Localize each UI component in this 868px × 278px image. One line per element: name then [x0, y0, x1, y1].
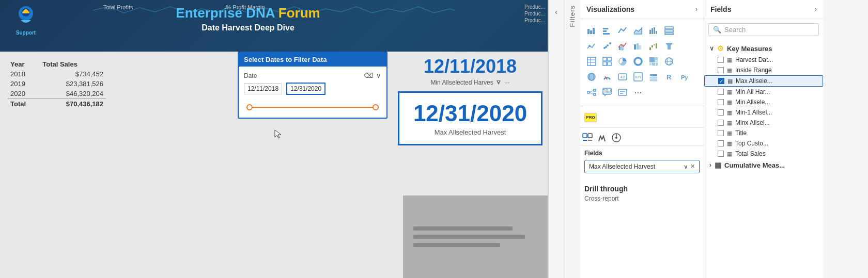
- field-checkbox-min1-allsel[interactable]: [718, 109, 724, 116]
- logo-area: Support: [5, 3, 47, 39]
- viz-kpi-icon[interactable]: KPI: [631, 70, 645, 84]
- viz-combo-icon[interactable]: [615, 39, 630, 53]
- field-name-min1-allsel: Min-1 Allsel...: [735, 109, 818, 116]
- viz-column-chart-icon[interactable]: [646, 23, 661, 38]
- slider-handle-left[interactable]: [246, 104, 253, 110]
- max-date-label: Max Allselected Harvest: [410, 128, 531, 136]
- viz-line-area-icon[interactable]: [584, 39, 599, 53]
- viz-matrix-icon[interactable]: [600, 54, 614, 69]
- svg-rect-27: [639, 45, 641, 50]
- field-checkbox-min-all-har[interactable]: [718, 89, 724, 95]
- viz-tab-analytics-icon[interactable]: [609, 130, 624, 145]
- svg-rect-67: [594, 93, 596, 95]
- field-checkbox-total-sales[interactable]: [718, 151, 724, 157]
- svg-rect-48: [652, 63, 655, 66]
- chevron-down-icon[interactable]: ∨: [376, 72, 381, 79]
- svg-rect-31: [656, 43, 657, 48]
- viz-tab-fields-icon[interactable]: [580, 130, 595, 145]
- field-checkbox-title[interactable]: [718, 130, 724, 136]
- date-slider[interactable]: [246, 102, 379, 112]
- viz-panel-title: Visualizations: [586, 5, 634, 13]
- svg-rect-61: [650, 77, 657, 78]
- viz-funnel-icon[interactable]: [662, 39, 676, 53]
- key-measures-group-header[interactable]: ∨ ⚙ Key Measures: [704, 42, 823, 55]
- collapse-button[interactable]: ‹: [549, 0, 564, 278]
- viz-filled-map-icon[interactable]: [584, 70, 599, 84]
- viz-gauge-icon[interactable]: [600, 70, 614, 84]
- min-date-display: 12/11/2018 Min Allselected Harves ⛛ ···: [398, 56, 542, 86]
- viz-waterfall-icon[interactable]: [646, 39, 661, 53]
- viz-scatter-icon[interactable]: [600, 39, 614, 53]
- field-item-max-allselected[interactable]: Max Allselected Harvest ∨ ✕: [584, 160, 700, 173]
- cumulative-meas-group-header[interactable]: › ▦ Cumulative Meas...: [704, 159, 823, 171]
- date-filter-widget[interactable]: Select Dates to Filter Data Date ⌫ ∨ 12/…: [238, 52, 388, 119]
- viz-multi-row-icon[interactable]: [662, 23, 676, 38]
- field-checkbox-max-allsele[interactable]: ✓: [718, 78, 724, 84]
- sales-cell: $734,452: [40, 69, 106, 79]
- svg-point-81: [615, 137, 617, 139]
- viz-panel-header: Visualizations ›: [580, 0, 704, 19]
- search-box[interactable]: 🔍 Search: [708, 23, 819, 36]
- field-row-min1-allsel: ▦ Min-1 Allsel...: [704, 107, 823, 118]
- svg-rect-62: [650, 79, 657, 81]
- cumulative-meas-group: › ▦ Cumulative Meas...: [704, 159, 823, 171]
- viz-map-icon[interactable]: [662, 54, 676, 69]
- field-checkbox-minx-allsel[interactable]: [718, 120, 724, 126]
- gray-placeholder: [403, 195, 548, 278]
- svg-point-22: [605, 46, 607, 48]
- field-checkbox-top-custo[interactable]: [718, 140, 724, 146]
- viz-decomp-tree-icon[interactable]: [584, 85, 599, 100]
- viz-line-chart-icon[interactable]: [615, 23, 630, 38]
- viz-more-icon[interactable]: ···: [631, 85, 645, 100]
- svg-text:KPI: KPI: [635, 75, 641, 79]
- start-date-input[interactable]: 12/11/2018: [244, 83, 282, 94]
- viz-row-5: Q&A ···: [584, 85, 700, 100]
- viz-slicer-icon[interactable]: [646, 70, 661, 84]
- report-canvas: Total Profits % Profit Margin Support En…: [0, 0, 548, 278]
- viz-row-1: [584, 23, 700, 38]
- viz-pie-icon[interactable]: [615, 54, 630, 69]
- filter-icon[interactable]: ⛛: [495, 78, 502, 86]
- year-cell: 2020: [8, 89, 40, 99]
- product-label-2: Produc...: [524, 11, 545, 17]
- viz-panel-expand-icon[interactable]: ›: [695, 6, 698, 13]
- svg-rect-16: [665, 30, 673, 32]
- viz-treemap-icon[interactable]: [646, 54, 661, 69]
- viz-card-icon[interactable]: 42: [615, 70, 630, 84]
- svg-rect-77: [588, 134, 592, 138]
- field-checkbox-inside-range[interactable]: [718, 67, 724, 73]
- more-options-icon[interactable]: ···: [504, 78, 510, 86]
- field-name-min-all-har: Min All Har...: [735, 88, 818, 95]
- viz-area-chart-icon[interactable]: [631, 23, 645, 38]
- viz-bar-chart-icon[interactable]: [600, 23, 614, 38]
- date-filter-label: Date ⌫ ∨: [244, 72, 381, 79]
- sales-cell: $23,381,526: [40, 79, 106, 89]
- logo-text: Support: [16, 30, 36, 36]
- svg-rect-65: [587, 91, 590, 93]
- cumulative-group-name: Cumulative Meas...: [724, 161, 818, 169]
- chevron-down-field-icon[interactable]: ∨: [684, 163, 688, 170]
- pro-icon-row: PRO: [580, 108, 704, 125]
- viz-r-icon[interactable]: R: [662, 70, 676, 84]
- svg-point-3: [27, 11, 29, 13]
- placeholder-line-3: [413, 243, 500, 247]
- viz-donut-icon[interactable]: [631, 54, 645, 69]
- close-field-icon[interactable]: ✕: [690, 163, 695, 170]
- slider-handle-right[interactable]: [373, 104, 379, 110]
- svg-rect-38: [608, 57, 611, 61]
- forum-text: Forum: [278, 5, 320, 21]
- field-checkbox-min-allsele[interactable]: [718, 99, 724, 105]
- field-checkbox-harvest-dat[interactable]: [718, 57, 724, 63]
- viz-stacked-bar-icon[interactable]: [584, 23, 599, 38]
- end-date-input[interactable]: 12/31/2020: [286, 83, 326, 95]
- fields-panel: Fields › 🔍 Search ∨ ⚙ Key Measures ▦: [704, 0, 823, 278]
- fields-panel-expand-icon[interactable]: ›: [815, 6, 817, 13]
- viz-tab-format-icon[interactable]: [595, 130, 609, 145]
- fields-section: Fields Max Allselected Harvest ∨ ✕: [580, 145, 704, 181]
- eraser-icon[interactable]: ⌫: [364, 72, 373, 79]
- viz-py-icon[interactable]: Py: [677, 70, 692, 84]
- viz-q-and-a-icon[interactable]: Q&A: [600, 85, 614, 100]
- viz-ribbon-icon[interactable]: [631, 39, 645, 53]
- viz-table-icon[interactable]: [584, 54, 599, 69]
- viz-smart-narrative-icon[interactable]: [615, 85, 630, 100]
